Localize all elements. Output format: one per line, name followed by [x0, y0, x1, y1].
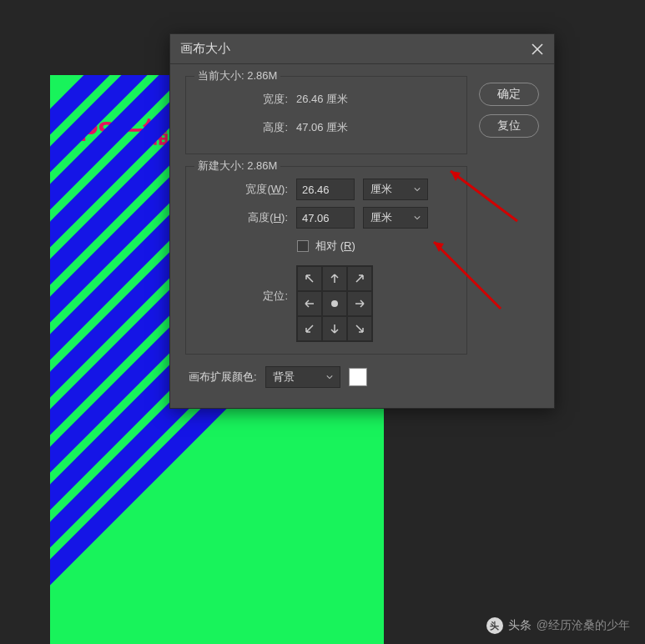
- dialog-title: 画布大小: [180, 41, 230, 57]
- dot-icon: [331, 300, 338, 307]
- current-height-label: 高度:: [196, 120, 288, 135]
- new-width-label: 宽度(W):: [196, 182, 288, 197]
- anchor-n[interactable]: [322, 266, 347, 291]
- relative-checkbox[interactable]: [297, 240, 309, 252]
- extension-row: 画布扩展颜色: 背景: [185, 366, 467, 393]
- extension-select[interactable]: 背景: [265, 366, 340, 388]
- width-unit-value: 厘米: [370, 182, 392, 197]
- anchor-w[interactable]: [297, 291, 322, 316]
- ok-button[interactable]: 确定: [479, 83, 539, 106]
- anchor-nw[interactable]: [297, 266, 322, 291]
- new-size-label: 新建大小: 2.86M: [194, 158, 280, 174]
- anchor-center[interactable]: [322, 291, 347, 316]
- width-input[interactable]: 26.46: [296, 179, 355, 200]
- current-height-value: 47.06 厘米: [296, 120, 348, 135]
- close-icon[interactable]: [531, 43, 544, 56]
- anchor-se[interactable]: [347, 316, 372, 341]
- canvas-size-dialog: 画布大小 当前大小: 2.86M 宽度: 26.46 厘米 高度: 47.06 …: [169, 33, 555, 409]
- footer-prefix: 头条: [508, 618, 532, 633]
- current-width-value: 26.46 厘米: [296, 92, 348, 107]
- relative-label: 相对 (R): [315, 239, 355, 254]
- footer-author: @经历沧桑的少年: [537, 618, 630, 633]
- anchor-grid: [296, 265, 373, 342]
- toutiao-icon: 头: [486, 617, 503, 634]
- width-unit-select[interactable]: 厘米: [363, 179, 428, 200]
- extension-value: 背景: [273, 370, 295, 385]
- chevron-down-icon: [414, 214, 421, 221]
- current-width-label: 宽度:: [196, 92, 288, 107]
- extension-label: 画布扩展颜色:: [189, 370, 257, 385]
- height-unit-select[interactable]: 厘米: [363, 207, 428, 229]
- chevron-down-icon: [414, 186, 421, 193]
- reset-button[interactable]: 复位: [479, 114, 539, 138]
- current-size-label: 当前大小: 2.86M: [194, 68, 280, 83]
- color-swatch[interactable]: [349, 368, 367, 386]
- height-unit-value: 厘米: [370, 210, 392, 225]
- anchor-sw[interactable]: [297, 316, 322, 341]
- new-height-label: 高度(H):: [196, 210, 288, 225]
- anchor-e[interactable]: [347, 291, 372, 316]
- anchor-label: 定位:: [196, 265, 288, 304]
- anchor-ne[interactable]: [347, 266, 372, 291]
- titlebar[interactable]: 画布大小: [170, 34, 554, 64]
- anchor-s[interactable]: [322, 316, 347, 341]
- chevron-down-icon: [326, 374, 333, 380]
- attribution-footer: 头 头条 @经历沧桑的少年: [486, 617, 630, 634]
- height-input[interactable]: 47.06: [296, 207, 355, 229]
- current-size-group: 当前大小: 2.86M 宽度: 26.46 厘米 高度: 47.06 厘米: [185, 76, 467, 154]
- new-size-group: 新建大小: 2.86M 宽度(W): 26.46 厘米 高度(H): 47.06…: [185, 166, 467, 355]
